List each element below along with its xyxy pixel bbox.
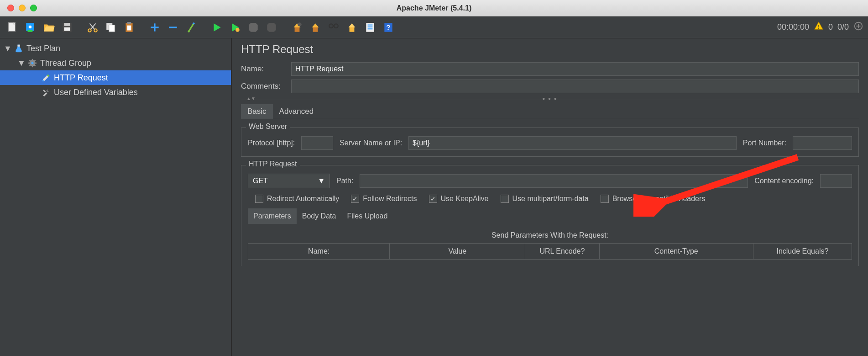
tree-node-test-plan[interactable]: ▼ Test Plan xyxy=(0,41,231,56)
web-server-legend: Web Server xyxy=(246,122,290,131)
search-icon[interactable] xyxy=(326,20,341,35)
svg-text:?: ? xyxy=(386,23,390,31)
svg-line-56 xyxy=(34,60,36,61)
http-request-fieldset: HTTP Request GET ▼ Path: Content encodin… xyxy=(241,165,859,266)
test-plan-tree[interactable]: ▼ Test Plan ▼ Thread Group HTTP Request … xyxy=(0,38,232,356)
chk-keepalive[interactable]: Use KeepAlive xyxy=(429,195,489,203)
chk-browser-headers[interactable]: Browser-compatible headers xyxy=(601,195,706,203)
port-label: Port Number: xyxy=(743,139,786,147)
tree-toggle-icon[interactable]: ▼ xyxy=(18,60,25,66)
tree-node-user-vars[interactable]: User Defined Variables xyxy=(0,85,231,100)
col-include-equals[interactable]: Include Equals? xyxy=(753,244,852,259)
chk-follow-redirects[interactable]: Follow Redirects xyxy=(351,195,417,203)
svg-point-29 xyxy=(298,22,302,27)
editor-panel: HTTP Request Name: Comments: ▲▼ ● ● ● Ba… xyxy=(232,38,868,356)
warning-icon[interactable]: ! xyxy=(814,21,824,33)
collapse-icon[interactable] xyxy=(165,20,181,35)
http-request-legend: HTTP Request xyxy=(246,160,300,168)
stop-icon[interactable] xyxy=(246,20,261,35)
beaker-icon xyxy=(14,43,24,53)
name-input[interactable] xyxy=(291,62,859,76)
svg-rect-6 xyxy=(64,23,70,26)
protocol-input[interactable] xyxy=(301,136,333,150)
svg-point-31 xyxy=(329,24,333,28)
svg-rect-7 xyxy=(64,27,70,31)
paste-icon[interactable] xyxy=(121,20,137,35)
tree-node-http-request[interactable]: HTTP Request xyxy=(0,70,231,85)
chk-label: Follow Redirects xyxy=(363,195,417,203)
start-icon[interactable] xyxy=(209,20,225,35)
comments-label: Comments: xyxy=(241,82,285,91)
chevron-down-icon: ▼ xyxy=(318,177,325,185)
col-value[interactable]: Value xyxy=(390,244,525,259)
svg-rect-16 xyxy=(127,25,131,30)
path-input[interactable] xyxy=(360,174,748,188)
params-table[interactable]: Name: Value URL Encode? Content-Type Inc… xyxy=(248,243,852,260)
expand-icon[interactable] xyxy=(147,20,162,35)
comments-input[interactable] xyxy=(291,80,859,93)
help-icon[interactable]: ? xyxy=(381,20,396,35)
port-input[interactable] xyxy=(793,136,852,150)
svg-line-20 xyxy=(189,23,194,31)
subtab-files-upload[interactable]: Files Upload xyxy=(341,208,393,224)
subtab-parameters[interactable]: Parameters xyxy=(248,208,297,224)
svg-point-48 xyxy=(31,62,34,64)
web-server-fieldset: Web Server Protocol [http]: Server Name … xyxy=(241,128,859,157)
chk-label: Use KeepAlive xyxy=(441,195,489,203)
svg-rect-13 xyxy=(109,25,115,32)
save-icon[interactable] xyxy=(59,20,75,35)
col-content-type[interactable]: Content-Type xyxy=(600,244,753,259)
open-icon[interactable] xyxy=(41,20,57,35)
new-file-icon[interactable] xyxy=(5,20,20,35)
cut-icon[interactable] xyxy=(85,20,100,35)
col-name[interactable]: Name: xyxy=(248,244,390,259)
shutdown-icon[interactable] xyxy=(264,20,279,35)
tree-toggle-icon[interactable]: ▼ xyxy=(5,45,11,52)
function-helper-icon[interactable] xyxy=(362,20,378,35)
gear-icon xyxy=(27,58,37,68)
svg-marker-23 xyxy=(214,23,221,31)
tab-advanced[interactable]: Advanced xyxy=(273,104,320,119)
tab-basic[interactable]: Basic xyxy=(241,104,273,119)
svg-rect-34 xyxy=(350,27,355,32)
col-urlencode[interactable]: URL Encode? xyxy=(525,244,599,259)
protocol-label: Protocol [http]: xyxy=(248,139,295,147)
clear-all-icon[interactable] xyxy=(308,20,323,35)
svg-point-57 xyxy=(42,80,44,81)
chk-label: Use multipart/form-data xyxy=(512,195,589,203)
encoding-input[interactable] xyxy=(820,174,852,188)
section-divider[interactable]: ▲▼ ● ● ● xyxy=(241,97,859,101)
svg-point-22 xyxy=(188,30,189,32)
tree-label: HTTP Request xyxy=(54,73,108,83)
start-no-pauses-icon[interactable] xyxy=(227,20,243,35)
clear-icon[interactable] xyxy=(289,20,305,35)
svg-line-10 xyxy=(91,23,96,29)
chk-label: Browser-compatible headers xyxy=(612,195,706,203)
svg-marker-26 xyxy=(249,23,258,32)
svg-point-32 xyxy=(334,24,338,28)
svg-point-25 xyxy=(235,28,240,32)
encoding-label: Content encoding: xyxy=(754,177,814,185)
templates-icon[interactable] xyxy=(23,20,38,35)
svg-line-55 xyxy=(29,65,31,66)
thread-count: 0/0 xyxy=(837,22,849,32)
copy-icon[interactable] xyxy=(103,20,119,35)
toolbar: ? 00:00:00 ! 0 0/0 xyxy=(0,16,868,38)
titlebar: Apache JMeter (5.4.1) xyxy=(0,0,868,16)
tree-label: Test Plan xyxy=(26,44,60,53)
tree-label: User Defined Variables xyxy=(54,88,138,97)
expand-all-icon[interactable] xyxy=(853,21,863,33)
panel-title: HTTP Request xyxy=(241,43,859,56)
toggle-icon[interactable] xyxy=(183,20,199,35)
method-select[interactable]: GET ▼ xyxy=(248,174,330,188)
tree-label: Thread Group xyxy=(40,58,91,68)
chk-redirect-auto[interactable]: Redirect Automatically xyxy=(255,195,339,203)
subtab-body-data[interactable]: Body Data xyxy=(297,208,342,224)
chk-multipart[interactable]: Use multipart/form-data xyxy=(501,195,589,203)
dropper-icon xyxy=(41,73,51,83)
server-name-input[interactable] xyxy=(408,136,737,150)
tree-node-thread-group[interactable]: ▼ Thread Group xyxy=(0,56,231,70)
method-value: GET xyxy=(253,177,268,185)
reset-search-icon[interactable] xyxy=(344,20,360,35)
svg-text:!: ! xyxy=(818,24,820,30)
